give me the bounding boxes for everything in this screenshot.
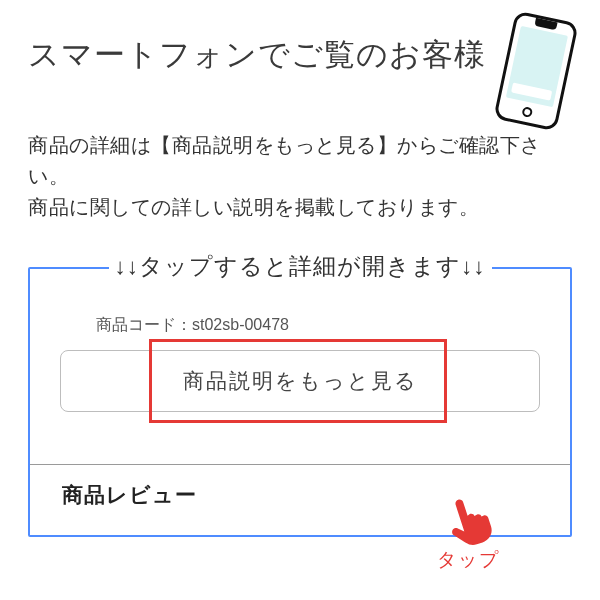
panel-caption: ↓↓タップすると詳細が開きます↓↓: [109, 251, 492, 282]
lead-text-line2: 商品に関しての詳しい説明を掲載しております。: [28, 192, 572, 223]
product-code-label: 商品コード：: [96, 316, 192, 333]
product-code-value: st02sb-00478: [192, 316, 289, 333]
divider: [30, 464, 570, 465]
instruction-panel: 商品コード：st02sb-00478 商品説明をもっと見る タップ 商品レビュー: [28, 267, 572, 537]
expand-button-label: 商品説明をもっと見る: [183, 367, 418, 395]
page-title: スマートフォンでご覧のお客様: [28, 34, 486, 76]
lead-text-line1: 商品の詳細は【商品説明をもっと見る】からご確認下さい。: [28, 130, 572, 192]
tap-label: タップ: [437, 547, 500, 573]
product-code: 商品コード：st02sb-00478: [96, 315, 540, 336]
expand-description-button[interactable]: 商品説明をもっと見る: [60, 350, 540, 412]
smartphone-icon: [493, 11, 578, 132]
